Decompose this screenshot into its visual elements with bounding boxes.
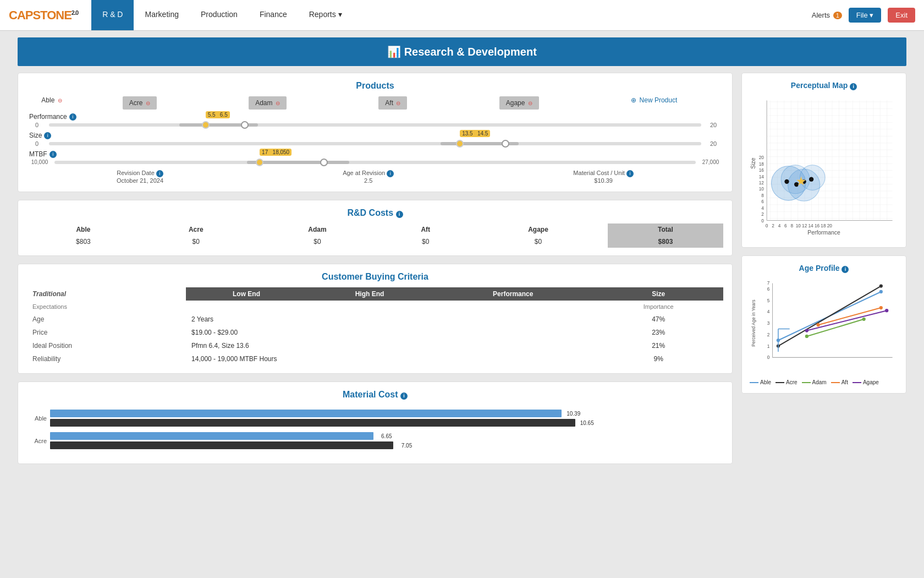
svg-point-32 <box>794 182 799 187</box>
svg-text:6: 6 <box>784 223 787 228</box>
perceptual-map-title: Perceptual Map i <box>750 81 898 90</box>
size-thumb1[interactable] <box>456 140 464 148</box>
file-button[interactable]: File ▾ <box>849 8 882 23</box>
mtbf-track[interactable]: 17 18,050 <box>54 161 696 164</box>
acre-blue-value: 6.65 <box>381 433 392 439</box>
legend-aft: Aft <box>831 379 848 385</box>
cost-acre: $0 <box>140 236 252 248</box>
able-blue-value: 10.39 <box>566 411 580 417</box>
cbc-reliability-importance: 9% <box>593 352 723 366</box>
legend-acre: Acre <box>776 379 798 385</box>
perceptual-map-svg: Performance Size 0 2 4 6 8 10 12 14 16 1… <box>750 95 898 238</box>
svg-point-57 <box>817 323 820 326</box>
rd-costs-info-icon[interactable]: i <box>396 211 403 218</box>
material-cost-label: Material Cost / Unit i <box>573 170 634 177</box>
svg-line-56 <box>818 308 881 325</box>
mtbf-tooltip: 17 18,050 <box>260 149 292 156</box>
col-aft: Aft ⊖ <box>378 96 407 110</box>
tab-production[interactable]: Production <box>190 0 249 30</box>
performance-info-icon[interactable]: i <box>69 113 76 121</box>
revision-date-label: Revision Date i <box>117 170 163 177</box>
mtbf-label: MTBF i <box>27 150 723 158</box>
able-bar-label: Able <box>27 415 47 422</box>
exit-button[interactable]: Exit <box>888 8 915 23</box>
age-profile-svg: 0 1 2 3 4 5 6 7 Perceived Age in Years <box>750 277 898 375</box>
alerts-badge: 1 <box>833 12 842 19</box>
svg-text:2: 2 <box>772 223 774 228</box>
cbc-ideal-importance: 21% <box>593 339 723 352</box>
performance-thumb1[interactable] <box>202 121 210 129</box>
revision-date-value: October 21, 2024 <box>117 177 163 184</box>
revision-date-info-icon[interactable]: i <box>156 170 163 177</box>
cost-total: $803 <box>608 236 723 248</box>
tab-rd[interactable]: R & D <box>91 0 134 30</box>
acre-dark-value: 7.05 <box>402 443 412 449</box>
col-new-product[interactable]: ⊕ New Product <box>631 96 677 110</box>
age-profile-title: Age Profile i <box>750 264 898 273</box>
svg-point-55 <box>862 317 866 320</box>
col-adam: Adam ⊖ <box>249 96 287 110</box>
cbc-importance-subheader: Importance <box>593 301 723 313</box>
age-profile-legend: Able Acre Adam Aft Agape <box>750 379 898 385</box>
performance-track[interactable]: 5.5 6.5 <box>49 123 701 127</box>
cost-col-acre: Acre <box>140 223 252 236</box>
svg-text:20: 20 <box>759 155 765 160</box>
svg-text:12: 12 <box>802 223 807 228</box>
cbc-high-end-header: High End <box>307 287 432 301</box>
cbc-table: Traditional Low End High End Performance… <box>27 287 723 366</box>
tab-reports[interactable]: Reports ▾ <box>298 0 353 30</box>
size-thumb2[interactable] <box>502 140 509 148</box>
material-cost-chart-info-icon[interactable]: i <box>400 392 408 400</box>
cbc-reliability-label: Reliability <box>27 352 186 366</box>
mtbf-section: MTBF i 10,000 17 18,050 27,000 <box>27 150 723 165</box>
svg-point-31 <box>784 179 789 184</box>
alerts-button[interactable]: Alerts 1 <box>812 11 842 19</box>
rd-costs-card: R&D Costs i Able Acre Adam Aft Agape Tot… <box>18 200 733 256</box>
size-info-icon[interactable]: i <box>44 132 51 139</box>
performance-thumb2[interactable] <box>241 121 249 129</box>
svg-text:4: 4 <box>778 223 781 228</box>
right-panel: Perceptual Map i Performance Size 0 <box>741 73 906 464</box>
mtbf-thumb2[interactable] <box>320 159 328 166</box>
svg-text:14: 14 <box>808 223 813 228</box>
nav-right: Alerts 1 File ▾ Exit <box>812 8 915 23</box>
mtbf-thumb1[interactable] <box>256 159 263 166</box>
tab-finance[interactable]: Finance <box>249 0 298 30</box>
age-at-revision-value: 2.5 <box>343 177 394 184</box>
mtbf-info-icon[interactable]: i <box>50 151 57 158</box>
col-acre: Acre ⊖ <box>123 96 157 110</box>
svg-text:16: 16 <box>759 167 765 173</box>
cbc-card: Customer Buying Criteria Traditional Low… <box>18 264 733 374</box>
able-remove-icon[interactable]: ⊖ <box>58 97 62 103</box>
material-cost-info-icon[interactable]: i <box>626 170 634 177</box>
perceptual-map-info-icon[interactable]: i <box>850 83 857 90</box>
cbc-row-age: Age 2 Years 47% <box>27 313 723 326</box>
able-bar-row: Able 10.39 10.65 <box>27 410 723 427</box>
performance-tooltip: 5.5 6.5 <box>206 111 230 118</box>
svg-text:8: 8 <box>761 193 764 198</box>
svg-text:2: 2 <box>767 332 770 337</box>
legend-agape: Agape <box>853 379 879 385</box>
svg-point-61 <box>885 309 888 312</box>
svg-text:Size: Size <box>750 157 756 168</box>
size-min: 0 <box>27 140 47 147</box>
performance-max: 20 <box>703 122 723 128</box>
able-bar-blue: 10.39 <box>50 410 562 417</box>
age-at-revision-info-icon[interactable]: i <box>387 170 394 177</box>
svg-text:5: 5 <box>767 297 770 303</box>
svg-text:8: 8 <box>791 223 794 228</box>
tab-marketing[interactable]: Marketing <box>134 0 189 30</box>
size-track[interactable]: 13.5 14.5 <box>49 142 701 145</box>
svg-line-53 <box>807 319 864 336</box>
cbc-ideal-label: Ideal Position <box>27 339 186 352</box>
col-agape: Agape ⊖ <box>499 96 539 110</box>
age-profile-info-icon[interactable]: i <box>842 266 849 273</box>
svg-text:4: 4 <box>767 309 770 314</box>
performance-section: Performance i 0 5.5 6.5 20 <box>27 113 723 128</box>
cbc-ideal-expectation: Pfmn 6.4, Size 13.6 <box>186 339 593 352</box>
cost-col-adam: Adam <box>252 223 383 236</box>
svg-text:4: 4 <box>761 205 764 211</box>
cbc-title: Customer Buying Criteria <box>27 272 723 282</box>
cbc-price-importance: 23% <box>593 326 723 339</box>
cost-aft: $0 <box>382 236 469 248</box>
